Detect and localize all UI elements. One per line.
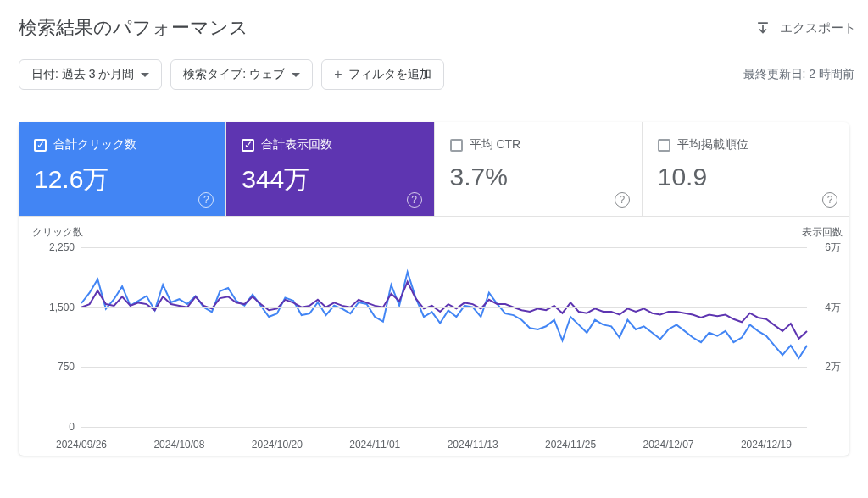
- y-tick-right: 2万: [825, 360, 841, 374]
- card-value: 3.7%: [450, 163, 626, 191]
- series-表示回数: [81, 282, 807, 339]
- help-icon[interactable]: ?: [822, 192, 837, 208]
- search-type-filter[interactable]: 検索タイプ: ウェブ: [170, 59, 313, 90]
- y-tick-left: 750: [27, 361, 75, 373]
- x-tick: 2024/11/01: [349, 439, 400, 451]
- date-filter[interactable]: 日付: 過去 3 か月間: [19, 59, 162, 90]
- card-label: 合計表示回数: [261, 137, 332, 152]
- chevron-down-icon: [141, 73, 149, 77]
- search-type-label: 検索タイプ: ウェブ: [183, 67, 285, 82]
- card-value: 344万: [242, 163, 418, 197]
- performance-panel: ✓ 合計クリック数 12.6万 ? ✓ 合計表示回数 344万 ? 平均 CTR…: [19, 122, 849, 456]
- y-tick-left: 2,250: [27, 241, 75, 253]
- card-total-clicks[interactable]: ✓ 合計クリック数 12.6万 ?: [19, 122, 225, 216]
- y-axis-right-title: 表示回数: [802, 225, 843, 240]
- export-button[interactable]: エクスポート: [754, 19, 856, 36]
- x-tick: 2024/12/07: [643, 439, 693, 451]
- checkbox-checked-icon: ✓: [34, 139, 47, 152]
- y-tick-right: 6万: [825, 241, 841, 255]
- plus-icon: +: [334, 68, 342, 81]
- card-label: 平均掲載順位: [677, 137, 748, 152]
- x-tick: 2024/11/25: [545, 439, 596, 451]
- checkbox-checked-icon: ✓: [242, 139, 254, 152]
- series-クリック数: [81, 272, 807, 358]
- add-filter-button[interactable]: + フィルタを追加: [321, 59, 444, 90]
- card-value: 10.9: [658, 163, 834, 191]
- page-title: 検索結果のパフォーマンス: [19, 15, 248, 41]
- plot-area: [81, 247, 807, 427]
- help-icon[interactable]: ?: [198, 192, 214, 208]
- date-filter-label: 日付: 過去 3 か月間: [31, 67, 134, 82]
- chevron-down-icon: [292, 73, 300, 77]
- performance-chart: クリック数 表示回数 2,2501,50075006万4万2万2024/09/2…: [19, 217, 849, 456]
- chart-lines: [81, 247, 807, 427]
- card-avg-ctr[interactable]: 平均 CTR 3.7% ?: [434, 122, 642, 216]
- card-value: 12.6万: [34, 163, 210, 197]
- checkbox-unchecked-icon: [450, 139, 463, 152]
- x-tick: 2024/11/13: [448, 439, 498, 451]
- help-icon[interactable]: ?: [615, 192, 630, 208]
- card-avg-position[interactable]: 平均掲載順位 10.9 ?: [642, 122, 849, 216]
- y-tick-right: 4万: [825, 300, 841, 314]
- x-tick: 2024/10/08: [153, 439, 204, 451]
- checkbox-unchecked-icon: [658, 139, 670, 152]
- card-label: 平均 CTR: [470, 137, 521, 152]
- y-tick-left: 0: [27, 421, 75, 433]
- add-filter-label: フィルタを追加: [348, 67, 431, 82]
- y-axis-left-title: クリック数: [32, 225, 83, 240]
- x-tick: 2024/10/20: [252, 439, 303, 451]
- download-icon: [754, 19, 771, 36]
- help-icon[interactable]: ?: [407, 192, 422, 208]
- x-tick: 2024/12/19: [741, 439, 792, 451]
- export-label: エクスポート: [780, 20, 856, 36]
- y-tick-left: 1,500: [27, 302, 75, 313]
- last-updated: 最終更新日: 2 時間前: [743, 67, 856, 82]
- card-label: 合計クリック数: [53, 137, 136, 152]
- filter-bar: 日付: 過去 3 か月間 検索タイプ: ウェブ + フィルタを追加 最終更新日:…: [0, 44, 868, 90]
- card-total-impressions[interactable]: ✓ 合計表示回数 344万 ?: [225, 122, 433, 216]
- metric-cards: ✓ 合計クリック数 12.6万 ? ✓ 合計表示回数 344万 ? 平均 CTR…: [19, 122, 849, 217]
- x-tick: 2024/09/26: [56, 439, 107, 451]
